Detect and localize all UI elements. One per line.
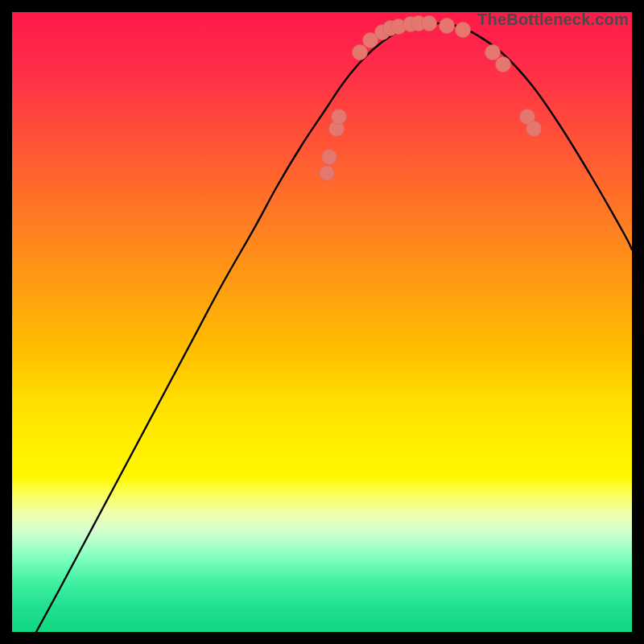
data-point [526, 122, 542, 137]
chart-svg [12, 12, 632, 632]
data-point [496, 57, 511, 72]
data-point [456, 23, 471, 38]
data-point [353, 45, 368, 60]
data-point [422, 16, 437, 31]
plot-area: TheBottleneck.com [12, 12, 632, 632]
data-point [322, 150, 337, 165]
data-point [440, 19, 455, 34]
data-point [332, 109, 347, 125]
chart-frame: TheBottleneck.com [0, 0, 644, 644]
data-points [320, 16, 542, 181]
data-point [320, 166, 335, 181]
data-point [485, 45, 501, 60]
